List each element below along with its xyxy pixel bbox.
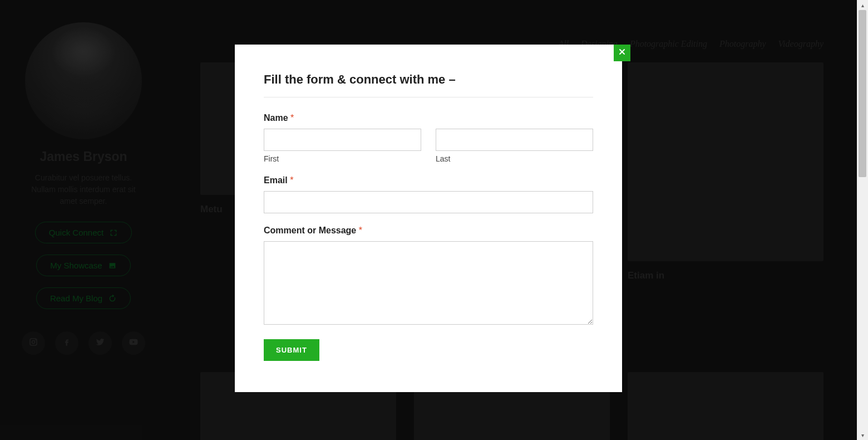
divider xyxy=(264,97,593,97)
comment-textarea[interactable] xyxy=(264,241,593,325)
contact-modal: Fill the form & connect with me – Name *… xyxy=(235,45,622,392)
modal-overlay[interactable]: Fill the form & connect with me – Name *… xyxy=(0,0,857,440)
last-name-input[interactable] xyxy=(436,129,593,151)
required-marker: * xyxy=(359,226,362,235)
email-input[interactable] xyxy=(264,191,593,213)
required-marker: * xyxy=(290,113,294,123)
scroll-thumb[interactable] xyxy=(859,10,866,177)
name-label: Name * xyxy=(264,113,593,123)
first-sublabel: First xyxy=(264,154,421,163)
scroll-down-arrow[interactable]: ▾ xyxy=(857,430,868,440)
modal-title: Fill the form & connect with me – xyxy=(264,72,593,87)
scroll-track[interactable] xyxy=(857,10,868,430)
last-sublabel: Last xyxy=(436,154,593,163)
close-icon xyxy=(618,47,627,59)
required-marker: * xyxy=(290,175,293,185)
email-label: Email * xyxy=(264,175,593,185)
name-label-text: Name xyxy=(264,113,290,123)
modal-close-button[interactable] xyxy=(614,45,630,61)
first-name-input[interactable] xyxy=(264,129,421,151)
email-label-text: Email xyxy=(264,175,290,185)
scroll-up-arrow[interactable]: ▴ xyxy=(857,0,868,10)
submit-button[interactable]: SUBMIT xyxy=(264,339,319,361)
comment-label: Comment or Message * xyxy=(264,226,593,236)
window-scrollbar[interactable]: ▴ ▾ xyxy=(857,0,868,440)
comment-label-text: Comment or Message xyxy=(264,226,359,235)
